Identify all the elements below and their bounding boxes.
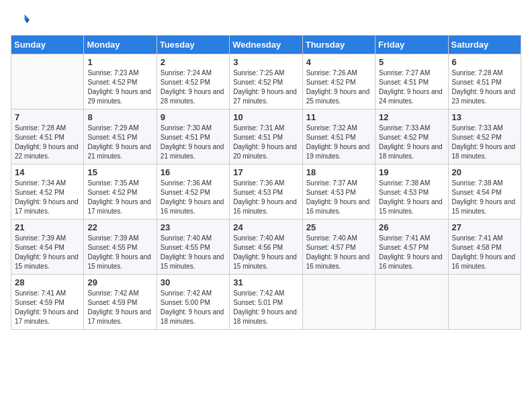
calendar-cell: 3Sunrise: 7:25 AMSunset: 4:52 PMDaylight… [230, 54, 302, 109]
calendar-cell: 29Sunrise: 7:42 AMSunset: 4:59 PMDayligh… [84, 275, 157, 330]
calendar-cell: 5Sunrise: 7:27 AMSunset: 4:51 PMDaylight… [375, 54, 448, 109]
calendar-cell: 21Sunrise: 7:39 AMSunset: 4:54 PMDayligh… [11, 220, 84, 275]
weekday-header: Sunday [11, 36, 84, 54]
calendar-cell [302, 275, 375, 330]
weekday-header: Monday [84, 36, 157, 54]
day-info: Sunrise: 7:35 AMSunset: 4:52 PMDaylight:… [87, 179, 152, 216]
day-info: Sunrise: 7:39 AMSunset: 4:54 PMDaylight:… [15, 234, 80, 271]
calendar-cell: 28Sunrise: 7:41 AMSunset: 4:59 PMDayligh… [11, 275, 84, 330]
day-number: 10 [233, 112, 298, 122]
calendar-cell: 2Sunrise: 7:24 AMSunset: 4:52 PMDaylight… [157, 54, 229, 109]
day-info: Sunrise: 7:29 AMSunset: 4:51 PMDaylight:… [87, 124, 152, 161]
day-info: Sunrise: 7:24 AMSunset: 4:52 PMDaylight:… [161, 68, 226, 106]
day-number: 17 [233, 167, 298, 177]
day-number: 15 [87, 167, 152, 177]
day-info: Sunrise: 7:42 AMSunset: 5:00 PMDaylight:… [161, 289, 226, 326]
calendar-cell [11, 54, 84, 109]
calendar-cell: 23Sunrise: 7:40 AMSunset: 4:55 PMDayligh… [157, 220, 229, 275]
svg-marker-0 [25, 15, 30, 19]
day-number: 30 [161, 277, 226, 287]
calendar-cell: 10Sunrise: 7:31 AMSunset: 4:51 PMDayligh… [230, 109, 302, 165]
day-info: Sunrise: 7:41 AMSunset: 4:57 PMDaylight:… [379, 234, 444, 271]
day-number: 26 [379, 222, 444, 232]
calendar-cell: 22Sunrise: 7:39 AMSunset: 4:55 PMDayligh… [84, 220, 157, 275]
calendar-cell: 24Sunrise: 7:40 AMSunset: 4:56 PMDayligh… [230, 220, 302, 275]
day-info: Sunrise: 7:37 AMSunset: 4:53 PMDaylight:… [306, 179, 371, 216]
day-number: 25 [306, 222, 371, 232]
day-number: 7 [15, 112, 80, 122]
day-info: Sunrise: 7:36 AMSunset: 4:52 PMDaylight:… [161, 179, 226, 216]
calendar-cell: 27Sunrise: 7:41 AMSunset: 4:58 PMDayligh… [448, 220, 521, 275]
calendar-week-row: 21Sunrise: 7:39 AMSunset: 4:54 PMDayligh… [11, 220, 521, 275]
day-info: Sunrise: 7:33 AMSunset: 4:52 PMDaylight:… [452, 124, 517, 161]
day-number: 28 [15, 277, 80, 287]
calendar-cell: 30Sunrise: 7:42 AMSunset: 5:00 PMDayligh… [157, 275, 229, 330]
calendar-cell: 11Sunrise: 7:32 AMSunset: 4:51 PMDayligh… [302, 109, 375, 165]
calendar-cell: 26Sunrise: 7:41 AMSunset: 4:57 PMDayligh… [375, 220, 448, 275]
calendar-week-row: 7Sunrise: 7:28 AMSunset: 4:51 PMDaylight… [11, 109, 521, 165]
day-info: Sunrise: 7:40 AMSunset: 4:56 PMDaylight:… [233, 234, 298, 271]
calendar-cell: 12Sunrise: 7:33 AMSunset: 4:52 PMDayligh… [375, 109, 448, 165]
calendar-cell: 31Sunrise: 7:42 AMSunset: 5:01 PMDayligh… [230, 275, 302, 330]
day-number: 5 [379, 57, 444, 67]
day-info: Sunrise: 7:23 AMSunset: 4:52 PMDaylight:… [87, 68, 152, 106]
logo [11, 11, 31, 30]
day-number: 12 [379, 112, 444, 122]
day-number: 22 [87, 222, 152, 232]
calendar-cell: 25Sunrise: 7:40 AMSunset: 4:57 PMDayligh… [302, 220, 375, 275]
day-info: Sunrise: 7:28 AMSunset: 4:51 PMDaylight:… [452, 68, 517, 106]
day-number: 19 [379, 167, 444, 177]
day-info: Sunrise: 7:31 AMSunset: 4:51 PMDaylight:… [233, 124, 298, 161]
day-number: 11 [306, 112, 371, 122]
day-number: 14 [15, 167, 80, 177]
day-number: 24 [233, 222, 298, 232]
day-info: Sunrise: 7:41 AMSunset: 4:59 PMDaylight:… [15, 289, 80, 326]
day-number: 20 [452, 167, 517, 177]
calendar-week-row: 1Sunrise: 7:23 AMSunset: 4:52 PMDaylight… [11, 54, 521, 109]
calendar-cell: 19Sunrise: 7:38 AMSunset: 4:53 PMDayligh… [375, 165, 448, 220]
day-info: Sunrise: 7:42 AMSunset: 4:59 PMDaylight:… [87, 289, 152, 326]
day-number: 2 [161, 57, 226, 67]
page-header [11, 11, 521, 30]
day-info: Sunrise: 7:38 AMSunset: 4:53 PMDaylight:… [379, 179, 444, 216]
calendar-week-row: 14Sunrise: 7:34 AMSunset: 4:52 PMDayligh… [11, 165, 521, 220]
day-number: 16 [161, 167, 226, 177]
weekday-header: Saturday [448, 36, 521, 54]
day-info: Sunrise: 7:26 AMSunset: 4:52 PMDaylight:… [306, 68, 371, 106]
day-info: Sunrise: 7:27 AMSunset: 4:51 PMDaylight:… [379, 68, 444, 106]
calendar-cell: 16Sunrise: 7:36 AMSunset: 4:52 PMDayligh… [157, 165, 229, 220]
svg-marker-1 [25, 19, 30, 24]
calendar-cell: 13Sunrise: 7:33 AMSunset: 4:52 PMDayligh… [448, 109, 521, 165]
day-number: 27 [452, 222, 517, 232]
calendar-week-row: 28Sunrise: 7:41 AMSunset: 4:59 PMDayligh… [11, 275, 521, 330]
day-number: 8 [87, 112, 152, 122]
day-number: 6 [452, 57, 517, 67]
calendar-cell: 7Sunrise: 7:28 AMSunset: 4:51 PMDaylight… [11, 109, 84, 165]
weekday-header: Friday [375, 36, 448, 54]
day-info: Sunrise: 7:42 AMSunset: 5:01 PMDaylight:… [233, 289, 298, 326]
day-info: Sunrise: 7:33 AMSunset: 4:52 PMDaylight:… [379, 124, 444, 161]
calendar-cell: 17Sunrise: 7:36 AMSunset: 4:53 PMDayligh… [230, 165, 302, 220]
day-number: 18 [306, 167, 371, 177]
day-number: 31 [233, 277, 298, 287]
day-info: Sunrise: 7:34 AMSunset: 4:52 PMDaylight:… [15, 179, 80, 216]
calendar-cell: 4Sunrise: 7:26 AMSunset: 4:52 PMDaylight… [302, 54, 375, 109]
calendar-cell: 14Sunrise: 7:34 AMSunset: 4:52 PMDayligh… [11, 165, 84, 220]
weekday-header: Wednesday [230, 36, 302, 54]
calendar-cell: 20Sunrise: 7:38 AMSunset: 4:54 PMDayligh… [448, 165, 521, 220]
calendar-table: SundayMondayTuesdayWednesdayThursdayFrid… [11, 35, 521, 330]
day-number: 4 [306, 57, 371, 67]
calendar-cell [448, 275, 521, 330]
day-info: Sunrise: 7:41 AMSunset: 4:58 PMDaylight:… [452, 234, 517, 271]
calendar-cell: 1Sunrise: 7:23 AMSunset: 4:52 PMDaylight… [84, 54, 157, 109]
weekday-header: Thursday [302, 36, 375, 54]
calendar-cell [375, 275, 448, 330]
day-info: Sunrise: 7:38 AMSunset: 4:54 PMDaylight:… [452, 179, 517, 216]
logo-icon [11, 11, 30, 30]
day-info: Sunrise: 7:40 AMSunset: 4:57 PMDaylight:… [306, 234, 371, 271]
day-number: 21 [15, 222, 80, 232]
calendar-cell: 6Sunrise: 7:28 AMSunset: 4:51 PMDaylight… [448, 54, 521, 109]
day-number: 23 [161, 222, 226, 232]
calendar-cell: 15Sunrise: 7:35 AMSunset: 4:52 PMDayligh… [84, 165, 157, 220]
day-info: Sunrise: 7:25 AMSunset: 4:52 PMDaylight:… [233, 68, 298, 106]
